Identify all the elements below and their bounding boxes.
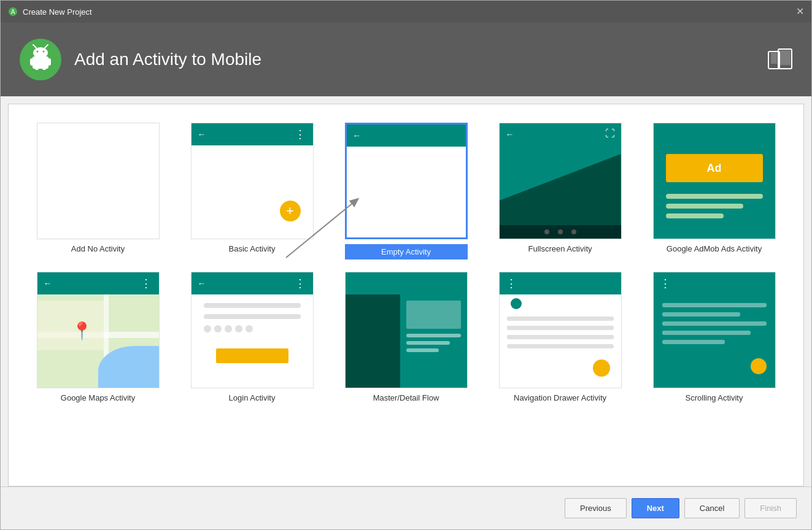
navdrawer-toolbar: ⋮ (500, 272, 621, 294)
admob-content-lines (666, 194, 763, 223)
label-basic-activity: Basic Activity (229, 244, 276, 253)
activity-item-add-no-activity[interactable]: Add No Activity (27, 123, 169, 259)
thumbnail-google-admob-ads-activity: Ad (653, 123, 776, 239)
maps-canvas: 📍 (37, 294, 159, 388)
bottom-bar: Previous Next Cancel Finish (1, 486, 811, 529)
svg-rect-4 (30, 58, 34, 66)
svg-rect-16 (779, 50, 791, 65)
thumbnail-google-maps-activity: ← ⋮ 📍 (37, 272, 160, 388)
svg-rect-6 (35, 64, 39, 70)
activity-item-fullscreen-activity[interactable]: ← ⛶ Fullscreen Activity (489, 123, 631, 259)
label-scrolling-activity: Scrolling Activity (686, 393, 743, 402)
phone-tablet-icon (767, 47, 793, 72)
title-bar: A Create New Project ✕ (1, 1, 811, 23)
fullscreen-arrow: ← (506, 129, 514, 139)
cancel-button[interactable]: Cancel (684, 498, 740, 518)
thumbnail-basic-activity: ← ⋮ + (191, 123, 314, 239)
label-google-admob-ads-activity: Google AdMob Ads Activity (667, 244, 762, 253)
page-title: Add an Activity to Mobile (74, 50, 261, 69)
label-empty-activity: Empty Activity (345, 244, 468, 259)
basic-mock-toolbar: ← ⋮ (191, 123, 313, 145)
header: Add an Activity to Mobile (1, 23, 811, 96)
login-submit-btn (216, 348, 288, 363)
navdrawer-dot (511, 298, 522, 309)
scrolling-content (662, 303, 767, 349)
admob-toolbar (654, 123, 775, 145)
activity-item-navigation-drawer-activity[interactable]: ⋮ Navigation Drawer Activity (489, 272, 631, 402)
svg-point-8 (33, 47, 48, 58)
masterdetail-detail (400, 294, 467, 388)
label-fullscreen-activity: Fullscreen Activity (528, 244, 592, 253)
navdrawer-fab (593, 359, 610, 377)
svg-rect-7 (42, 64, 46, 70)
svg-rect-5 (47, 58, 51, 66)
activity-item-master-detail-flow[interactable]: Master/Detail Flow (335, 272, 477, 402)
activity-item-basic-activity[interactable]: ← ⋮ + Basic Activity (181, 123, 323, 259)
masterdetail-content (346, 294, 467, 388)
basic-fab: + (280, 201, 301, 221)
thumbnail-login-activity: ← ⋮ (191, 272, 314, 388)
navdrawer-list (507, 317, 614, 353)
thumbnail-navigation-drawer-activity: ⋮ (499, 272, 622, 388)
thumbnail-master-detail-flow (345, 272, 468, 388)
label-navigation-drawer-activity: Navigation Drawer Activity (514, 393, 606, 402)
svg-text:A: A (11, 9, 15, 15)
previous-button[interactable]: Previous (565, 498, 627, 518)
svg-point-10 (43, 51, 45, 53)
label-add-no-activity: Add No Activity (71, 244, 125, 253)
next-button[interactable]: Next (632, 498, 679, 518)
thumbnail-empty-activity: ← (345, 123, 468, 239)
label-master-detail-flow: Master/Detail Flow (373, 393, 439, 402)
login-form (204, 303, 301, 339)
activity-item-google-maps-activity[interactable]: ← ⋮ 📍 Google Maps Activity (27, 272, 169, 402)
activity-grid: Add No Activity ← ⋮ + Basic Activity ← (21, 117, 791, 409)
svg-point-9 (37, 51, 39, 53)
finish-button: Finish (744, 498, 797, 518)
empty-mock-toolbar: ← (347, 125, 466, 147)
scrolling-toolbar: ⋮ (654, 272, 775, 294)
svg-rect-14 (771, 53, 777, 64)
thumbnail-fullscreen-activity: ← ⛶ (499, 123, 622, 239)
fullscreen-expand: ⛶ (605, 128, 615, 139)
activity-item-empty-activity[interactable]: ← Empty Activity (335, 123, 477, 259)
admob-ad-banner: Ad (666, 154, 763, 182)
masterdetail-toolbar (346, 272, 467, 294)
label-login-activity: Login Activity (229, 393, 276, 402)
close-button[interactable]: ✕ (796, 7, 804, 17)
masterdetail-list (346, 294, 400, 388)
maps-toolbar: ← ⋮ (37, 272, 159, 294)
activity-item-login-activity[interactable]: ← ⋮ Login Activity (181, 272, 323, 402)
header-left: Add an Activity to Mobile (19, 38, 261, 81)
fullscreen-bottom-bar (500, 225, 621, 239)
thumbnail-scrolling-activity: ⋮ (653, 272, 776, 388)
app-icon: A (8, 7, 18, 17)
scrolling-fab (751, 358, 767, 374)
device-icons (767, 47, 793, 72)
activity-item-scrolling-activity[interactable]: ⋮ Scrolling Activity (643, 272, 785, 402)
main-content: Add No Activity ← ⋮ + Basic Activity ← (8, 104, 804, 486)
title-bar-left: A Create New Project (8, 7, 92, 17)
android-logo (19, 38, 62, 81)
label-google-maps-activity: Google Maps Activity (61, 393, 135, 402)
thumbnail-add-no-activity (37, 123, 160, 239)
login-toolbar: ← ⋮ (191, 272, 313, 294)
activity-item-google-admob-ads-activity[interactable]: Ad Google AdMob Ads Activity (643, 123, 785, 259)
title-bar-text: Create New Project (23, 7, 92, 17)
